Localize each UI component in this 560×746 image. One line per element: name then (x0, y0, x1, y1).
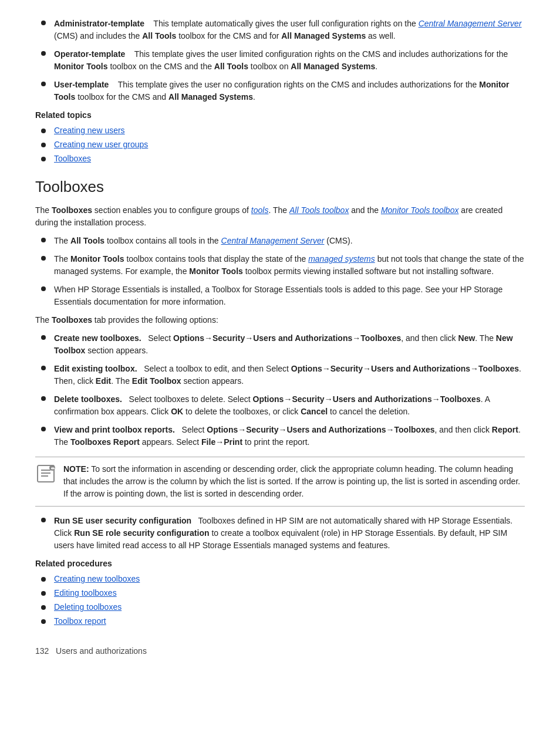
footer-text: Users and authorizations (56, 646, 147, 656)
toolboxes-section: Toolboxes The Toolboxes section enables … (35, 175, 525, 627)
hp-storage-item: When HP Storage Essentials is installed,… (54, 283, 525, 308)
note-label: NOTE: (63, 464, 89, 474)
list-item: Creating new toolboxes (41, 573, 525, 585)
view-print-item: View and print toolbox reports. Select O… (54, 424, 525, 448)
bullet-icon (41, 366, 46, 370)
bullet-icon (41, 21, 46, 25)
toolboxes-sub-bullets: The All Tools toolbox contains all tools… (35, 235, 525, 308)
list-item: View and print toolbox reports. Select O… (35, 424, 525, 448)
creating-new-toolboxes-link[interactable]: Creating new toolboxes (54, 573, 140, 585)
edit-toolbox-item: Edit existing toolbox. Select a toolbox … (54, 363, 525, 387)
toolboxes-intro: The Toolboxes section enables you to con… (35, 204, 525, 229)
related-topics-list: Creating new users Creating new user gro… (41, 124, 525, 165)
run-se-item: Run SE user security configuration Toolb… (54, 515, 525, 552)
page-footer: 132 Users and authorizations (35, 645, 525, 657)
bullet-icon (41, 51, 46, 56)
bullet-icon (41, 129, 46, 133)
bullet-icon (41, 518, 46, 522)
related-procedures-heading: Related procedures (35, 558, 525, 570)
bullet-icon (41, 591, 46, 596)
bullet-icon (41, 82, 46, 86)
related-procedures-list: Creating new toolboxes Editing toolboxes… (41, 573, 525, 627)
run-se-list: Run SE user security configuration Toolb… (35, 515, 525, 552)
note-box: ✏ NOTE: To sort the information in ascen… (35, 457, 525, 507)
list-item: Run SE user security configuration Toolb… (35, 515, 525, 552)
delete-toolboxes-item: Delete toolboxes. Select toolboxes to de… (54, 393, 525, 418)
toolbox-report-link[interactable]: Toolbox report (54, 615, 106, 627)
bullet-icon (41, 619, 46, 624)
related-procedures-section: Related procedures Creating new toolboxe… (35, 558, 525, 627)
list-item: Deleting toolboxes (41, 601, 525, 613)
all-tools-toolbox-link[interactable]: All Tools toolbox (289, 205, 349, 215)
note-icon: ✏ (35, 463, 56, 484)
list-item: Operator-template This template gives th… (35, 48, 525, 73)
bullet-icon (41, 238, 46, 242)
list-item: Creating new users (41, 124, 525, 137)
creating-new-user-groups-link[interactable]: Creating new user groups (54, 139, 148, 151)
related-topics-section: Related topics Creating new users Creati… (35, 109, 525, 165)
list-item: Edit existing toolbox. Select a toolbox … (35, 363, 525, 387)
create-toolboxes-item: Create new toolboxes. Select Options→Sec… (54, 332, 525, 357)
bullet-icon (41, 286, 46, 291)
list-item: Toolboxes (41, 153, 525, 165)
operator-template-item: Operator-template This template gives th… (54, 48, 525, 73)
bullet-icon (41, 256, 46, 261)
creating-new-users-link[interactable]: Creating new users (54, 124, 125, 137)
bullet-icon (41, 157, 46, 161)
list-item: Create new toolboxes. Select Options→Sec… (35, 332, 525, 357)
operator-template-label: Operator-template (54, 49, 125, 59)
toolboxes-title: Toolboxes (35, 175, 525, 198)
tab-intro-text: The Toolboxes tab provides the following… (35, 314, 525, 326)
admin-template-label: Administrator-template (54, 19, 144, 28)
list-item: Administrator-template This template aut… (35, 18, 525, 42)
bullet-icon (41, 427, 46, 431)
bullet-icon (41, 335, 46, 340)
admin-template-item: Administrator-template This template aut… (54, 18, 525, 42)
managed-systems-link[interactable]: managed systems (308, 254, 375, 264)
cms-link[interactable]: Central Management Server (419, 19, 522, 28)
list-item: Editing toolboxes (41, 587, 525, 599)
list-item: The All Tools toolbox contains all tools… (35, 235, 525, 247)
tools-link[interactable]: tools (251, 205, 269, 215)
bullet-icon (41, 396, 46, 401)
list-item: Creating new user groups (41, 139, 525, 151)
page-number: 132 (35, 646, 49, 656)
all-tools-item: The All Tools toolbox contains all tools… (54, 235, 525, 247)
list-item: When HP Storage Essentials is installed,… (35, 283, 525, 308)
related-topics-heading: Related topics (35, 109, 525, 121)
note-text: To sort the information in ascending or … (63, 464, 520, 498)
svg-text:✏: ✏ (51, 466, 55, 471)
deleting-toolboxes-link[interactable]: Deleting toolboxes (54, 601, 122, 613)
bullet-icon (41, 605, 46, 610)
bullet-icon (41, 577, 46, 582)
intro-bullet-list: Administrator-template This template aut… (35, 18, 525, 103)
editing-toolboxes-link[interactable]: Editing toolboxes (54, 587, 117, 599)
note-content: NOTE: To sort the information in ascendi… (63, 463, 525, 500)
cms-link-2[interactable]: Central Management Server (221, 236, 325, 245)
bullet-icon (41, 143, 46, 147)
monitor-tools-item: The Monitor Tools toolbox contains tools… (54, 253, 525, 278)
list-item: The Monitor Tools toolbox contains tools… (35, 253, 525, 278)
monitor-tools-toolbox-link[interactable]: Monitor Tools toolbox (381, 205, 459, 215)
user-template-item: User-template This template gives the us… (54, 79, 525, 103)
toolboxes-link[interactable]: Toolboxes (54, 153, 91, 165)
options-list: Create new toolboxes. Select Options→Sec… (35, 332, 525, 448)
user-template-label: User-template (54, 80, 109, 89)
list-item: User-template This template gives the us… (35, 79, 525, 103)
list-item: Delete toolboxes. Select toolboxes to de… (35, 393, 525, 418)
list-item: Toolbox report (41, 615, 525, 627)
